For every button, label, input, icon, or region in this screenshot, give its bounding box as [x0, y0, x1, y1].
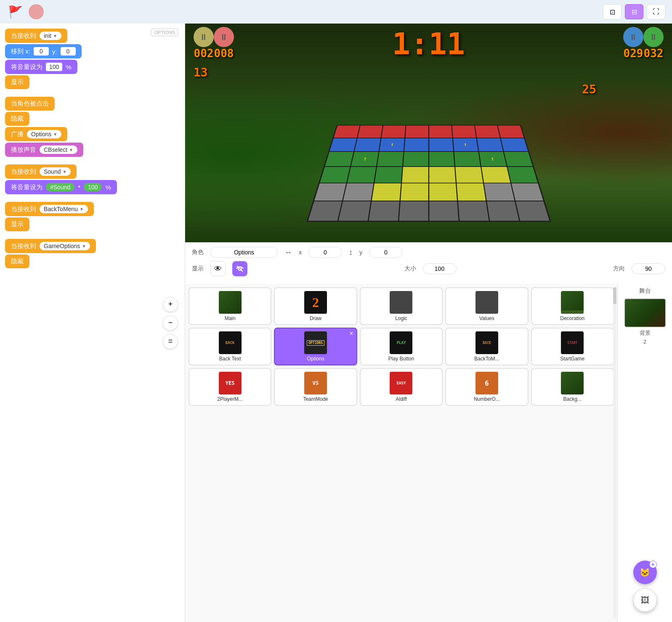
- sprite-cell-logic[interactable]: Logic: [360, 287, 443, 325]
- sprite-cell-2playerm[interactable]: YES 2PlayerM...: [189, 368, 271, 406]
- sprite-cell-options[interactable]: ✕ OPTIONS Options: [274, 328, 357, 365]
- block-move-xy[interactable]: 移到 x: 0 y: 0: [5, 44, 82, 58]
- sprite-cell-main[interactable]: Main: [189, 287, 271, 325]
- player4-badge: ⏸ 032: [643, 27, 664, 60]
- zoom-out-button[interactable]: −: [163, 315, 178, 331]
- add-backdrop-fab[interactable]: 🖼: [633, 588, 657, 612]
- sprite-prop-label: 角色: [192, 249, 204, 256]
- options-pill[interactable]: Options ▼: [27, 130, 61, 138]
- center-score: 13: [194, 66, 208, 79]
- block-receive-sound[interactable]: 当接收到 Sound ▼: [5, 164, 77, 179]
- sprite-cell-decoration[interactable]: Decoration: [531, 287, 614, 325]
- zoom-in-button[interactable]: +: [163, 297, 178, 312]
- sprite-label-main: Main: [225, 315, 236, 321]
- scrollbar-track[interactable]: [613, 287, 616, 619]
- player3-score: 029: [624, 47, 643, 60]
- block-set-volume-100[interactable]: 将音量设为 100 %: [5, 60, 77, 74]
- left-panel: OPTIONS 当接收到 init ▼ 移到 x: 0 y: 0 将音量设为 1…: [0, 24, 185, 622]
- x-arrow: ↔: [284, 248, 292, 257]
- block-group-gameoptions: 当接收到 GameOptions ▼ 隐藏: [5, 239, 180, 268]
- sprite-thumb-backg: [561, 372, 584, 394]
- sprite-cell-numbero[interactable]: 6 NumberO...: [445, 368, 528, 406]
- sprite-thumb-options: OPTIONS: [304, 331, 327, 354]
- stop-button[interactable]: [29, 4, 44, 19]
- block-broadcast-options[interactable]: 广播 Options ▼: [5, 127, 67, 141]
- zoom-reset-button[interactable]: =: [163, 334, 178, 349]
- visibility-hide-btn[interactable]: [232, 261, 247, 276]
- top-bar-right: ⊡ ⊟ ⛶: [603, 4, 665, 19]
- delete-badge[interactable]: ✕: [347, 329, 356, 338]
- x-value-input[interactable]: 0: [34, 47, 49, 56]
- sprite-cell-draw[interactable]: 2 Draw: [274, 287, 357, 325]
- sprite-thumb-backtom: BACK: [475, 331, 498, 354]
- sprite-thumb-backtext: BACK: [219, 331, 242, 354]
- right-panel: 舞台 背景 2 🐱 + 🖼: [617, 284, 672, 622]
- sprite-cell-teammode[interactable]: VS TeamMode: [274, 368, 357, 406]
- top-bar-left: 🚩: [7, 3, 44, 20]
- block-show-2[interactable]: 显示: [5, 217, 29, 231]
- player4-icon: ⏸: [643, 27, 664, 47]
- block-hide-2[interactable]: 隐藏: [5, 254, 29, 268]
- block-show-1[interactable]: 显示: [5, 75, 29, 89]
- player3-icon: ⏸: [623, 27, 643, 47]
- backtomenu-pill[interactable]: BackToMenu ▼: [40, 205, 88, 213]
- visibility-show-btn[interactable]: 👁: [210, 261, 226, 276]
- flag-button[interactable]: 🚩: [7, 3, 24, 20]
- size-input[interactable]: [423, 263, 457, 274]
- sprite-cell-backtext[interactable]: BACK Back Text: [189, 328, 271, 365]
- stage-thumbnail[interactable]: [624, 298, 666, 328]
- sprite-label-teammode: TeamMode: [303, 396, 328, 402]
- fullscreen-button[interactable]: ⛶: [647, 4, 665, 19]
- player2-badge: ⏸ 008: [214, 27, 234, 60]
- init-pill[interactable]: init ▼: [40, 32, 61, 40]
- block-hide-1[interactable]: 隐藏: [5, 112, 29, 126]
- sprite-cell-aldiff[interactable]: EASY Aldiff: [360, 368, 443, 406]
- split-view-button[interactable]: ⊡: [603, 4, 622, 19]
- player1-icon: ⏸: [194, 27, 214, 47]
- block-sprite-clicked[interactable]: 当角色被点击: [5, 97, 55, 111]
- sprite-name-input[interactable]: [210, 247, 278, 258]
- main-layout: OPTIONS 当接收到 init ▼ 移到 x: 0 y: 0 将音量设为 1…: [0, 24, 672, 622]
- sprite-cell-backtom[interactable]: BACK BackToM...: [445, 328, 528, 365]
- props-row-2: 显示 👁 大小 方向: [192, 261, 665, 276]
- sprite-label-values: Values: [479, 315, 494, 321]
- block-play-sound[interactable]: 播放声音 CBselect ▼: [5, 143, 83, 157]
- sprite-thumb-numbero: 6: [475, 372, 498, 394]
- y-coord-input[interactable]: [369, 247, 403, 258]
- size-label: 大小: [404, 265, 416, 273]
- sprite-label-backg: Backg...: [563, 396, 582, 402]
- scrollbar-thumb[interactable]: [613, 287, 616, 304]
- sprite-thumb-aldiff: EASY: [390, 372, 412, 394]
- sprite-label-backtom: BackToM...: [474, 356, 499, 362]
- block-receive-init[interactable]: 当接收到 init ▼: [5, 29, 67, 43]
- sprite-grid: Main 2 Draw Logic: [189, 287, 614, 406]
- sprite-cell-startgame[interactable]: START StartGame: [531, 328, 614, 365]
- block-receive-backtomenu[interactable]: 当接收到 BackToMenu ▼: [5, 202, 94, 216]
- block-receive-gameoptions[interactable]: 当接收到 GameOptions ▼: [5, 239, 96, 253]
- y-value-input[interactable]: 0: [61, 47, 76, 56]
- sprite-thumb-teammode: VS: [304, 372, 327, 394]
- block-group-sound: 当接收到 Sound ▼ 将音量设为 #Sound * 100 %: [5, 164, 180, 194]
- volume-input-100[interactable]: 100: [46, 63, 62, 71]
- player4-score: 032: [644, 47, 664, 60]
- cbselect-pill[interactable]: CBselect ▼: [40, 146, 77, 154]
- sound-pill[interactable]: Sound ▼: [40, 167, 71, 176]
- sprite-label-backtext: Back Text: [219, 356, 241, 362]
- block-set-volume-sound[interactable]: 将音量设为 #Sound * 100 %: [5, 180, 117, 194]
- sprite-cell-playbutton[interactable]: PLAY Play Button: [360, 328, 443, 365]
- sprite-label-numbero: NumberO...: [474, 396, 500, 402]
- gameoptions-pill[interactable]: GameOptions ▼: [40, 242, 90, 250]
- game-hud: ⏸ 002 ⏸ 008 1:11 ⏸ 029: [185, 27, 672, 60]
- direction-input[interactable]: [632, 263, 665, 274]
- x-coord-input[interactable]: [308, 247, 342, 258]
- sprite-thumb-playbutton: PLAY: [390, 331, 412, 354]
- player1-badge: ⏸ 002: [194, 27, 214, 60]
- sprite-grid-area: Main 2 Draw Logic: [185, 284, 672, 622]
- volume-100-pill[interactable]: 100: [84, 183, 102, 191]
- sprite-cell-values[interactable]: Values: [445, 287, 528, 325]
- sprite-cell-backg[interactable]: Backg...: [531, 368, 614, 406]
- sprite-label-decoration: Decoration: [560, 315, 584, 321]
- stage-view-button[interactable]: ⊟: [625, 4, 643, 19]
- add-sprite-fab[interactable]: 🐱 +: [633, 561, 657, 584]
- sound-var-pill[interactable]: #Sound: [46, 183, 74, 191]
